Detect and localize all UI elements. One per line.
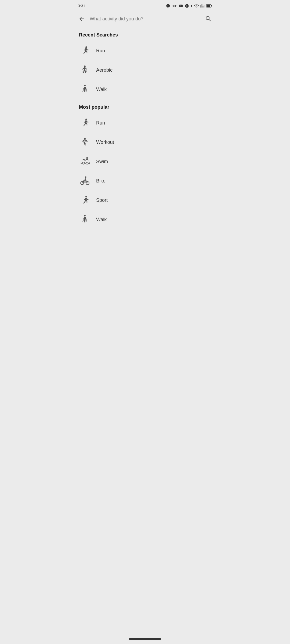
notification-dot-icon <box>191 5 192 7</box>
workout-popular-label: Workout <box>96 140 114 145</box>
run-recent-label: Run <box>96 48 105 54</box>
walk-icon <box>79 83 91 95</box>
svg-point-13 <box>85 196 87 197</box>
recent-searches-heading: Recent Searches <box>73 27 218 41</box>
most-popular-list: Run Workout <box>73 113 218 229</box>
sport-popular-label: Sport <box>96 197 108 203</box>
svg-rect-3 <box>211 5 212 7</box>
svg-point-10 <box>85 176 86 178</box>
bike-popular-label: Bike <box>96 178 106 184</box>
workout-icon <box>79 136 91 148</box>
most-popular-heading: Most popular <box>73 99 218 113</box>
recent-searches-list: Run Aerobic <box>73 41 218 99</box>
list-item[interactable]: Aerobic <box>73 60 218 80</box>
svg-point-14 <box>84 215 86 217</box>
youtube-music-icon <box>185 4 189 8</box>
svg-point-7 <box>85 119 87 120</box>
svg-point-4 <box>85 46 87 48</box>
list-item[interactable]: Walk <box>73 210 218 229</box>
status-icons: 30° <box>166 3 212 8</box>
swim-icon <box>79 156 91 167</box>
walk-popular-icon <box>79 214 91 225</box>
list-item[interactable]: Run <box>73 41 218 60</box>
search-bar <box>73 11 218 27</box>
wifi-icon <box>194 3 199 8</box>
list-item[interactable]: Walk <box>73 80 218 99</box>
svg-point-5 <box>84 65 86 67</box>
list-item[interactable]: Workout <box>73 133 218 152</box>
search-button[interactable] <box>204 14 213 24</box>
list-item[interactable]: Sport <box>73 191 218 210</box>
temperature: 30° <box>172 4 177 8</box>
bike-icon <box>79 175 91 187</box>
sport-icon <box>79 194 91 206</box>
run-icon <box>79 45 91 57</box>
aerobic-icon <box>79 64 91 76</box>
list-item[interactable]: Swim <box>73 152 218 171</box>
list-item[interactable]: Run <box>73 113 218 133</box>
walk-recent-label: Walk <box>96 87 107 92</box>
run-popular-label: Run <box>96 120 105 126</box>
status-time: 3:31 <box>78 4 85 8</box>
status-bar: 3:31 30° <box>73 0 218 11</box>
svg-point-9 <box>86 157 88 159</box>
messenger-icon <box>166 4 170 8</box>
run-popular-icon <box>79 117 91 129</box>
aerobic-recent-label: Aerobic <box>96 67 113 73</box>
recent-searches-section: Recent Searches Run <box>73 27 218 99</box>
walk-popular-label: Walk <box>96 217 107 222</box>
youtube-icon <box>179 4 183 8</box>
svg-point-0 <box>191 5 192 7</box>
search-input[interactable] <box>86 16 204 22</box>
battery-icon <box>206 4 212 8</box>
signal-icon <box>200 4 205 8</box>
swim-popular-label: Swim <box>96 159 108 164</box>
back-button[interactable] <box>77 14 86 24</box>
svg-rect-2 <box>207 5 210 7</box>
svg-point-6 <box>84 85 86 86</box>
list-item[interactable]: Bike <box>73 171 218 191</box>
most-popular-section: Most popular Run <box>73 99 218 229</box>
svg-point-8 <box>84 138 86 139</box>
